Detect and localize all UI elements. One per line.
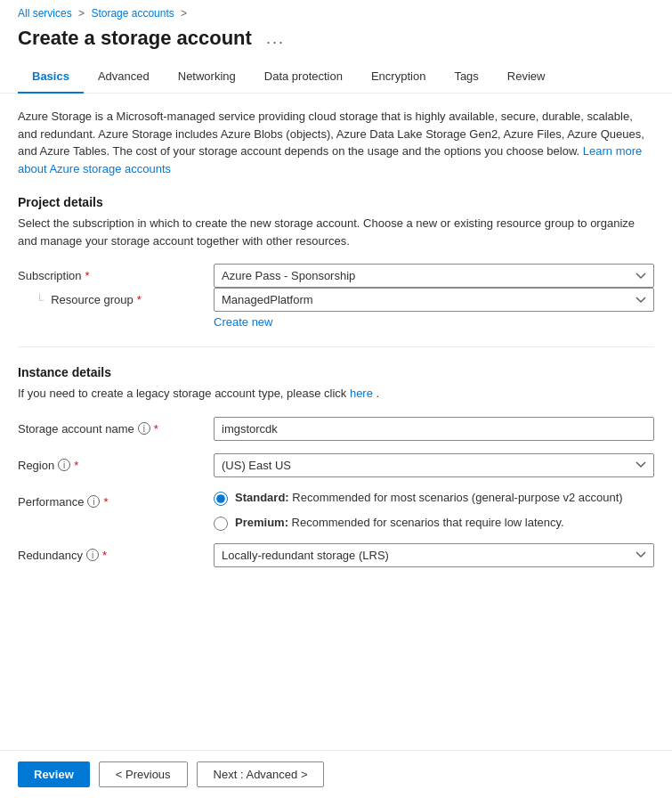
performance-standard-radio[interactable] [214,492,228,506]
page-description: Azure Storage is a Microsoft-managed ser… [18,108,654,177]
project-details-desc: Select the subscription in which to crea… [18,215,654,249]
section-divider-1 [18,346,654,347]
storage-name-required: * [154,422,158,436]
instance-desc-prefix: If you need to create a legacy storage a… [18,387,346,400]
storage-name-row: Storage account name i * [18,417,654,441]
storage-name-info-icon: i [138,422,150,435]
breadcrumb-sep2: > [178,7,190,20]
performance-info-icon: i [87,495,100,508]
tab-review[interactable]: Review [493,61,560,94]
description-text: Azure Storage is a Microsoft-managed ser… [18,110,644,158]
tabs-nav: Basics Advanced Networking Data protecti… [0,61,672,94]
region-label: Region i * [18,453,214,472]
rg-required: * [137,293,142,306]
next-button[interactable]: Next : Advanced > [197,761,325,787]
tab-encryption[interactable]: Encryption [357,61,440,94]
performance-required: * [103,495,108,509]
region-row: Region i * (US) East US [18,453,654,477]
breadcrumb: All services > Storage accounts > [0,0,672,23]
instance-desc-suffix: . [376,387,380,400]
storage-name-input[interactable] [214,417,654,441]
subscription-select[interactable]: Azure Pass - Sponsorship [214,264,654,288]
region-select[interactable]: (US) East US [214,453,654,477]
performance-standard-option[interactable]: Standard: Recommended for most scenarios… [214,490,654,506]
performance-label: Performance i * [18,490,214,509]
region-control: (US) East US [214,453,654,477]
resource-group-select[interactable]: ManagedPlatform [214,288,654,312]
tab-advanced[interactable]: Advanced [84,61,164,94]
tab-data-protection[interactable]: Data protection [250,61,357,94]
redundancy-required: * [102,549,107,562]
breadcrumb-all-services[interactable]: All services [18,7,72,20]
region-required: * [74,459,78,472]
project-details-section: Project details Select the subscription … [18,195,654,329]
resource-group-row: └ Resource group * ManagedPlatform Creat… [18,288,654,329]
performance-premium-option[interactable]: Premium: Recommended for scenarios that … [214,515,654,531]
redundancy-row: Redundancy i * Locally-redundant storage… [18,543,654,567]
region-info-icon: i [58,459,70,471]
instance-details-section: Instance details If you need to create a… [18,365,654,567]
tab-basics[interactable]: Basics [18,61,84,94]
redundancy-label: Redundancy i * [18,543,214,562]
redundancy-control: Locally-redundant storage (LRS) [214,543,654,567]
project-details-title: Project details [18,195,654,209]
resource-group-control: ManagedPlatform Create new [214,288,654,329]
redundancy-select[interactable]: Locally-redundant storage (LRS) [214,543,654,567]
performance-premium-radio[interactable] [214,517,228,531]
tab-tags[interactable]: Tags [440,61,492,94]
breadcrumb-sep1: > [76,7,88,20]
redundancy-info-icon: i [86,549,99,561]
instance-details-desc: If you need to create a legacy storage a… [18,385,654,403]
ellipsis-button[interactable]: ... [261,28,290,50]
performance-standard-label: Standard: Recommended for most scenarios… [235,490,623,506]
performance-row: Performance i * Standard: Recommended fo… [18,490,654,531]
create-new-link[interactable]: Create new [214,315,654,329]
instance-details-title: Instance details [18,365,654,379]
performance-premium-label: Premium: Recommended for scenarios that … [235,515,564,531]
instance-desc-link[interactable]: here [350,387,373,400]
tab-networking[interactable]: Networking [164,61,250,94]
storage-name-label: Storage account name i * [18,417,214,436]
subscription-required: * [85,269,90,282]
breadcrumb-storage-accounts[interactable]: Storage accounts [91,7,174,20]
main-content: Azure Storage is a Microsoft-managed ser… [0,94,672,656]
subscription-row: Subscription * Azure Pass - Sponsorship [18,264,654,288]
subscription-label: Subscription * [18,264,214,282]
performance-control: Standard: Recommended for most scenarios… [214,490,654,531]
subscription-control: Azure Pass - Sponsorship [214,264,654,288]
resource-group-indent-label: └ Resource group * [18,288,214,306]
review-button[interactable]: Review [18,761,90,787]
footer: Review < Previous Next : Advanced > [0,750,672,798]
page-title: Create a storage account [18,27,252,50]
page-header: Create a storage account ... [0,23,672,61]
storage-name-control [214,417,654,441]
previous-button[interactable]: < Previous [99,761,188,787]
performance-radio-group: Standard: Recommended for most scenarios… [214,490,654,531]
